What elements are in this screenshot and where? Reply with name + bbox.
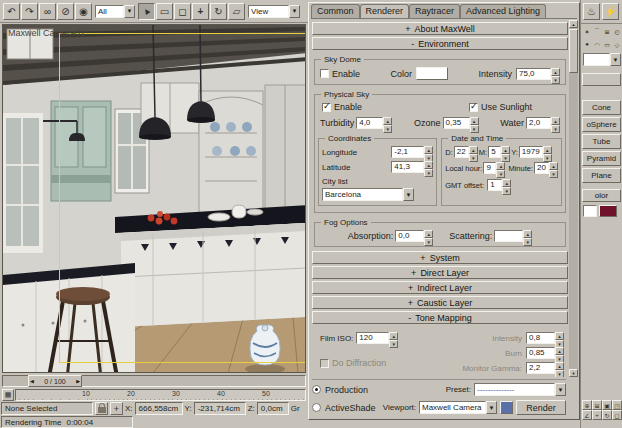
cat-cameras-icon[interactable]: ◇ <box>612 39 622 49</box>
spinner-up-icon[interactable] <box>551 68 560 76</box>
spinner-value[interactable]: 22 <box>454 146 469 158</box>
dropdown-arrow-icon[interactable] <box>555 383 566 396</box>
rollout-indirect-layer[interactable]: + Indirect Layer <box>312 281 568 294</box>
time-back-icon[interactable]: ◀ <box>30 378 34 384</box>
cat-shapes-icon[interactable]: ◠ <box>592 39 602 49</box>
rollout-direct-layer[interactable]: + Direct Layer <box>312 266 568 279</box>
zoom-all-icon[interactable]: ⊞ <box>592 400 602 410</box>
rollout-system[interactable]: + System <box>312 251 568 264</box>
use-sunlight-checkbox[interactable]: Use Sunlight <box>469 102 532 112</box>
spinner-value[interactable]: -2,1 <box>391 146 424 158</box>
spinner-value[interactable]: 120 <box>356 332 389 344</box>
spinner-value[interactable]: 9 <box>483 162 496 174</box>
checkbox-checked-icon[interactable] <box>469 103 478 112</box>
tab-motion-icon[interactable]: ◴ <box>612 26 622 36</box>
tab-raytracer[interactable]: Raytracer <box>409 4 460 18</box>
month-spinner[interactable]: 5 <box>488 146 510 158</box>
spinner-up-icon[interactable] <box>389 332 398 340</box>
render-button[interactable]: Render <box>516 400 566 415</box>
water-spinner[interactable]: 2,0 <box>526 117 560 129</box>
spinner-down-icon[interactable] <box>549 170 558 178</box>
x-coordinate-field[interactable]: 666,558cm <box>135 402 183 415</box>
spinner-up-icon[interactable] <box>549 162 558 170</box>
mini-curve-editor-icon[interactable]: ▦ <box>2 389 14 401</box>
checkbox-checked-icon[interactable] <box>322 103 331 112</box>
cat-lights-icon[interactable]: ▭ <box>602 39 612 49</box>
minute-spinner[interactable]: 20 <box>534 162 558 174</box>
spinner-down-icon[interactable] <box>523 238 532 246</box>
production-radio[interactable] <box>312 385 321 394</box>
camera-viewport[interactable]: Maxwell Camera01 <box>2 24 306 373</box>
spinner-value[interactable]: 5 <box>488 146 501 158</box>
tab-advanced-lighting[interactable]: Advanced Lighting <box>460 4 546 18</box>
spinner-value[interactable]: 0,0 <box>395 230 424 242</box>
render-scene-icon[interactable]: ♨ <box>583 3 600 20</box>
select-and-link-icon[interactable]: ∞ <box>39 3 56 20</box>
spinner-down-icon[interactable] <box>424 238 433 246</box>
spinner-up-icon[interactable] <box>543 146 552 154</box>
spinner-down-icon[interactable] <box>551 125 560 133</box>
spinner-down-icon[interactable] <box>496 170 505 178</box>
reference-coordinate-dropdown[interactable]: View <box>248 5 300 18</box>
dropdown-arrow-icon[interactable] <box>486 401 497 414</box>
spinner-up-icon[interactable] <box>551 117 560 125</box>
y-coordinate-field[interactable]: -231,714cm <box>194 402 246 415</box>
absorption-spinner[interactable]: 0,0 <box>395 230 433 242</box>
turbidity-spinner[interactable]: 4,0 <box>356 117 392 129</box>
tm-intensity-spinner[interactable]: 0,8 <box>526 332 564 344</box>
checkbox-icon[interactable] <box>320 69 329 78</box>
dropdown-value[interactable]: View <box>248 5 289 18</box>
bind-to-spacewarp-icon[interactable]: ◉ <box>75 3 92 20</box>
spinner-down-icon[interactable] <box>469 154 478 162</box>
spinner-down-icon[interactable] <box>543 154 552 162</box>
arc-rotate-icon[interactable]: ↻ <box>602 410 612 420</box>
name-color-rollout-fragment[interactable]: olor <box>582 189 621 202</box>
subcategory-dropdown[interactable] <box>583 53 621 66</box>
city-dropdown[interactable]: Barcelona <box>322 188 414 201</box>
field-of-view-icon[interactable]: ∠ <box>582 410 592 420</box>
spinner-down-icon[interactable] <box>389 340 398 348</box>
spinner-value[interactable]: 1979 <box>519 146 543 158</box>
ozone-spinner[interactable]: 0,35 <box>443 117 479 129</box>
gmt-offset-spinner[interactable]: 1 <box>487 179 511 191</box>
tab-modify-icon[interactable]: ⌒ <box>592 26 602 36</box>
zoom-extents-all-icon[interactable]: ◳ <box>612 400 622 410</box>
tab-hierarchy-icon[interactable]: ⊞ <box>602 26 612 36</box>
rectangular-region-icon[interactable]: ▭ <box>156 3 173 20</box>
latitude-spinner[interactable]: 41,3 <box>391 161 433 173</box>
z-coordinate-field[interactable]: 0,0cm <box>257 402 289 415</box>
spinner-value[interactable]: 0,8 <box>526 332 555 344</box>
min-max-toggle-icon[interactable]: ◻ <box>612 410 622 420</box>
object-name-field-fragment[interactable] <box>583 205 597 217</box>
sky-color-swatch[interactable] <box>416 67 448 80</box>
spinner-value[interactable]: 75,0 <box>516 68 551 80</box>
dropdown-value[interactable] <box>583 53 610 66</box>
redo-icon[interactable]: ↷ <box>21 3 38 20</box>
dropdown-arrow-icon[interactable] <box>124 5 135 18</box>
longitude-spinner[interactable]: -2,1 <box>391 146 433 158</box>
spinner-up-icon[interactable] <box>424 230 433 238</box>
dropdown-arrow-icon[interactable] <box>289 5 300 18</box>
spinner-down-icon[interactable] <box>470 125 479 133</box>
dropdown-value[interactable]: Barcelona <box>322 188 403 201</box>
day-spinner[interactable]: 22 <box>454 146 478 158</box>
selection-filter-dropdown[interactable]: All <box>95 5 135 18</box>
timeline-ruler[interactable]: 10 20 30 40 50 60 <box>15 389 306 401</box>
scroll-up-icon[interactable]: ▲ <box>569 20 578 28</box>
unlink-selection-icon[interactable]: ⊘ <box>57 3 74 20</box>
cat-geometry-icon[interactable]: ● <box>582 39 592 49</box>
spinner-up-icon[interactable] <box>502 179 511 187</box>
spinner-up-icon[interactable] <box>424 161 433 169</box>
spinner-up-icon[interactable] <box>501 146 510 154</box>
dropdown-value[interactable]: Maxwell Camera <box>419 401 486 414</box>
select-move-icon[interactable]: + <box>192 3 209 20</box>
spinner-up-icon[interactable] <box>523 230 532 238</box>
dropdown-arrow-icon[interactable] <box>403 188 414 201</box>
spinner-value[interactable]: 41,3 <box>391 161 424 173</box>
spinner-value[interactable]: 0,85 <box>526 347 555 359</box>
tab-create-icon[interactable]: ✶ <box>582 26 592 36</box>
spinner-value[interactable] <box>494 230 523 242</box>
select-rotate-icon[interactable]: ↻ <box>210 3 227 20</box>
spinner-up-icon[interactable] <box>555 362 564 370</box>
dropdown-value[interactable]: -------------- <box>474 383 555 396</box>
